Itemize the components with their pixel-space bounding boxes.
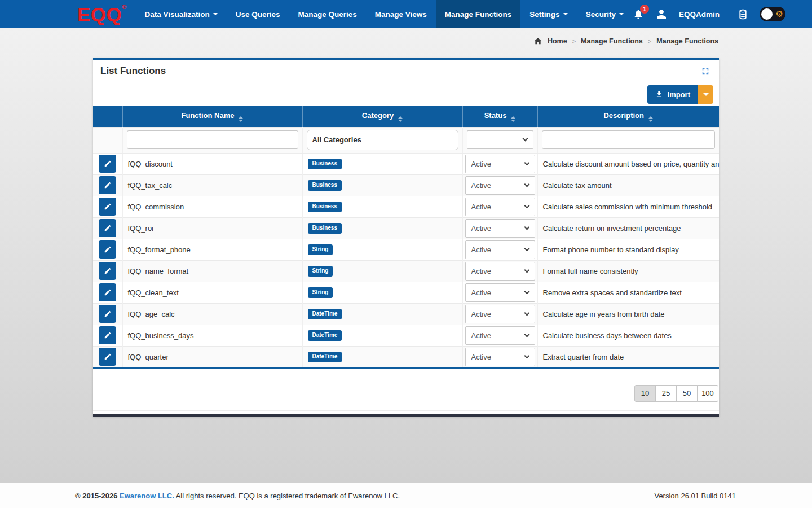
pencil-icon — [104, 160, 112, 168]
user-avatar-icon[interactable] — [655, 7, 668, 21]
logo-text: EQQ — [77, 5, 122, 24]
nav-security[interactable]: Security — [577, 0, 633, 28]
table-row: fQQ_format_phone String Active Format ph… — [93, 239, 719, 260]
sort-icon — [398, 116, 403, 122]
app-logo[interactable]: EQQ ® — [77, 0, 126, 28]
status-select[interactable]: Active — [465, 283, 535, 302]
import-dropdown-button[interactable] — [698, 85, 713, 104]
page-size-10[interactable]: 10 — [634, 385, 656, 402]
breadcrumb-home[interactable]: Home — [548, 37, 567, 45]
description-cell: Format phone number to standard display — [537, 239, 719, 260]
edit-button[interactable] — [99, 305, 116, 323]
description-cell: Calculate sales commission with minimum … — [537, 196, 719, 217]
function-name-cell: fQQ_roi — [122, 217, 302, 239]
nav-data-visualization[interactable]: Data Visualization — [135, 0, 226, 28]
function-name-cell: fQQ_clean_text — [122, 282, 302, 303]
edit-button[interactable] — [99, 348, 116, 366]
status-select[interactable]: Active — [465, 176, 535, 195]
function-name-cell: fQQ_business_days — [122, 325, 302, 346]
column-header-status[interactable]: Status — [462, 106, 537, 127]
page-content: Home > Manage Functions > Manage Functio… — [0, 28, 812, 483]
breadcrumb-manage-functions[interactable]: Manage Functions — [581, 37, 643, 45]
main-nav: Data Visualization Use Queries Manage Qu… — [135, 0, 633, 28]
table-toolbar: Import — [93, 82, 719, 106]
edit-button[interactable] — [99, 198, 116, 216]
status-select[interactable]: Active — [465, 155, 535, 173]
toggle-knob — [761, 8, 773, 20]
edit-button[interactable] — [99, 240, 116, 259]
page-size-50[interactable]: 50 — [676, 385, 698, 402]
chevron-down-icon — [563, 13, 568, 15]
function-name-cell: fQQ_commission — [122, 196, 302, 217]
category-filter-input[interactable] — [307, 130, 458, 150]
table-row: fQQ_tax_calc Business Active Calculate t… — [93, 174, 719, 196]
category-badge: Business — [308, 202, 342, 212]
edit-button[interactable] — [99, 262, 116, 280]
edit-button[interactable] — [99, 219, 116, 237]
home-icon[interactable] — [533, 37, 542, 46]
pencil-icon — [104, 246, 112, 253]
edit-button[interactable] — [99, 283, 116, 301]
page-size-25[interactable]: 25 — [655, 385, 677, 402]
category-badge: String — [308, 244, 333, 255]
edit-button[interactable] — [99, 176, 116, 194]
status-filter-select-wrap — [467, 130, 533, 149]
functions-table: Function Name Category Status Descriptio… — [93, 106, 719, 369]
username-label[interactable]: EQQAdmin — [679, 10, 720, 19]
panel-footer-strip — [93, 410, 719, 414]
page-size-100[interactable]: 100 — [697, 385, 718, 402]
description-cell: Remove extra spaces and standardize text — [537, 282, 719, 303]
column-header-description[interactable]: Description — [537, 106, 719, 127]
pencil-icon — [104, 181, 112, 189]
column-header-function-name[interactable]: Function Name — [122, 106, 302, 127]
company-link[interactable]: Ewarenow LLC. — [120, 492, 174, 500]
column-header-category[interactable]: Category — [302, 106, 462, 127]
table-row: fQQ_name_format String Active Format ful… — [93, 260, 719, 282]
category-badge: Business — [308, 159, 342, 169]
status-select[interactable]: Active — [465, 326, 535, 345]
description-cell: Calculate return on investment percentag… — [537, 217, 719, 239]
pencil-icon — [104, 331, 112, 339]
description-cell: Calculate age in years from birth date — [537, 303, 719, 325]
category-badge: String — [308, 287, 333, 298]
status-select[interactable]: Active — [465, 219, 535, 238]
breadcrumb-separator: > — [648, 38, 651, 45]
notification-count-badge: 1 — [640, 5, 649, 14]
pencil-icon — [104, 288, 112, 296]
edit-button[interactable] — [99, 326, 116, 344]
edit-button[interactable] — [99, 155, 116, 173]
pencil-icon — [104, 310, 112, 318]
breadcrumb-bar: Home > Manage Functions > Manage Functio… — [0, 28, 812, 54]
copyright-text: © 2015-2026 Ewarenow LLC. All rights res… — [75, 492, 400, 500]
status-select[interactable]: Active — [465, 262, 535, 281]
pencil-icon — [104, 267, 112, 275]
database-icon[interactable] — [737, 8, 749, 20]
version-label: Version 26.01 Build 0141 — [654, 492, 736, 500]
filter-row — [93, 127, 719, 153]
pencil-icon — [104, 224, 112, 232]
category-badge: Business — [308, 223, 342, 234]
status-select[interactable]: Active — [465, 348, 535, 366]
nav-manage-functions[interactable]: Manage Functions — [436, 0, 521, 28]
nav-manage-views[interactable]: Manage Views — [366, 0, 436, 28]
fullscreen-expand-button[interactable] — [699, 65, 712, 77]
pencil-icon — [104, 203, 112, 211]
function-name-filter-input[interactable] — [127, 130, 298, 149]
nav-use-queries[interactable]: Use Queries — [227, 0, 289, 28]
category-badge: DateTime — [308, 330, 342, 341]
nav-manage-queries[interactable]: Manage Queries — [289, 0, 366, 28]
status-select[interactable]: Active — [465, 198, 535, 216]
status-select[interactable]: Active — [465, 240, 535, 259]
table-row: fQQ_business_days DateTime Active Calcul… — [93, 325, 719, 346]
page-title: List Functions — [100, 65, 166, 77]
description-filter-input[interactable] — [542, 130, 716, 149]
status-select[interactable]: Active — [465, 305, 535, 323]
pencil-icon — [104, 353, 112, 361]
category-badge: Business — [308, 180, 342, 191]
page-footer: © 2015-2026 Ewarenow LLC. All rights res… — [0, 483, 812, 508]
import-button[interactable]: Import — [647, 85, 698, 104]
notifications-button[interactable]: 1 — [633, 8, 644, 20]
theme-toggle[interactable]: ⚙ — [760, 7, 785, 21]
status-filter-select[interactable] — [467, 130, 533, 149]
nav-settings[interactable]: Settings — [520, 0, 576, 28]
